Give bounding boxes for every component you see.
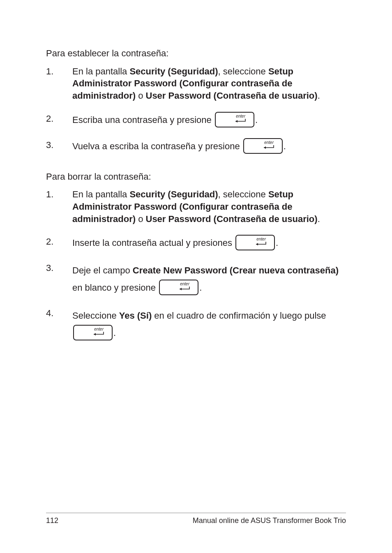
text-fragment: , seleccione [218, 66, 268, 76]
enter-key-icon: enter [235, 235, 275, 250]
text-fragment: . [255, 114, 258, 125]
bold-text: User Password (Contraseña de usuario) [146, 214, 318, 224]
svg-text:enter: enter [236, 114, 245, 118]
list-item: 3. Deje el campo Create New Password (Cr… [46, 262, 346, 296]
bold-text: User Password (Contraseña de usuario) [146, 90, 318, 101]
bold-text: Security (Seguridad) [129, 66, 218, 76]
bold-text: Create New Password (Crear nueva contras… [133, 265, 339, 275]
bold-text: Yes (Sí) [119, 310, 152, 321]
page-number: 112 [46, 516, 58, 525]
item-number: 4. [46, 307, 72, 342]
text-fragment: En la pantalla [72, 189, 129, 199]
svg-rect-8 [74, 325, 112, 340]
text-fragment: Deje el campo [72, 265, 133, 275]
svg-rect-0 [215, 112, 254, 127]
item-number: 2. [46, 236, 72, 251]
list-item: 4. Seleccione Yes (Sí) en el cuadro de c… [46, 307, 346, 342]
item-body: Escriba una contraseña y presione enter. [72, 113, 346, 128]
section1-heading: Para establecer la contraseña: [46, 48, 346, 60]
text-fragment: . [113, 328, 116, 338]
text-fragment: en blanco y presione [72, 282, 158, 293]
text-fragment: Vuelva a escriba la contraseña y presion… [72, 141, 242, 151]
text-fragment: . [284, 141, 286, 151]
item-body: Deje el campo Create New Password (Crear… [72, 262, 346, 296]
item-number: 3. [46, 139, 72, 155]
item-number: 1. [46, 65, 72, 102]
footer-divider [46, 513, 346, 513]
svg-text:enter: enter [94, 327, 104, 331]
item-number: 2. [46, 113, 72, 128]
enter-key-icon: enter [215, 112, 254, 127]
text-fragment: . [318, 214, 320, 224]
text-fragment: En la pantalla [72, 66, 129, 76]
list-item: 2. Escriba una contraseña y presione ent… [46, 113, 346, 128]
svg-rect-6 [159, 280, 198, 295]
item-number: 1. [46, 188, 72, 225]
text-fragment: . [276, 238, 278, 248]
item-body: Inserte la contraseña actual y presiones… [72, 236, 346, 251]
svg-text:enter: enter [180, 282, 189, 286]
text-fragment: Escriba una contraseña y presione [72, 114, 214, 125]
page-footer: 112 Manual online de ASUS Transformer Bo… [46, 513, 346, 525]
text-fragment: . [199, 282, 202, 293]
bold-text: Security (Seguridad) [129, 189, 218, 199]
item-body: En la pantalla Security (Seguridad), sel… [72, 65, 346, 102]
text-fragment: en el cuadro de confirmación y luego pul… [152, 310, 326, 321]
svg-text:enter: enter [256, 237, 266, 241]
text-fragment: Seleccione [72, 310, 119, 321]
svg-rect-4 [236, 235, 274, 250]
text-fragment: , seleccione [218, 189, 268, 199]
text-fragment: Inserte la contraseña actual y presiones [72, 238, 235, 248]
section2-list: 1. En la pantalla Security (Seguridad), … [46, 188, 346, 341]
text-fragment: . [318, 90, 320, 101]
item-body: En la pantalla Security (Seguridad), sel… [72, 188, 346, 225]
item-body: Vuelva a escriba la contraseña y presion… [72, 139, 346, 155]
text-fragment: o [136, 214, 145, 224]
svg-text:enter: enter [264, 140, 274, 145]
text-fragment: o [136, 90, 145, 101]
item-body: Seleccione Yes (Sí) en el cuadro de conf… [72, 307, 346, 342]
enter-key-icon: enter [243, 138, 283, 154]
section2-heading: Para borrar la contraseña: [46, 171, 346, 183]
list-item: 1. En la pantalla Security (Seguridad), … [46, 188, 346, 225]
section1-list: 1. En la pantalla Security (Seguridad), … [46, 65, 346, 155]
list-item: 3. Vuelva a escriba la contraseña y pres… [46, 139, 346, 155]
enter-key-icon: enter [73, 325, 113, 340]
list-item: 2. Inserte la contraseña actual y presio… [46, 236, 346, 251]
item-number: 3. [46, 262, 72, 296]
list-item: 1. En la pantalla Security (Seguridad), … [46, 65, 346, 102]
footer-title: Manual online de ASUS Transformer Book T… [193, 516, 346, 525]
enter-key-icon: enter [159, 280, 198, 295]
svg-rect-2 [244, 139, 282, 153]
